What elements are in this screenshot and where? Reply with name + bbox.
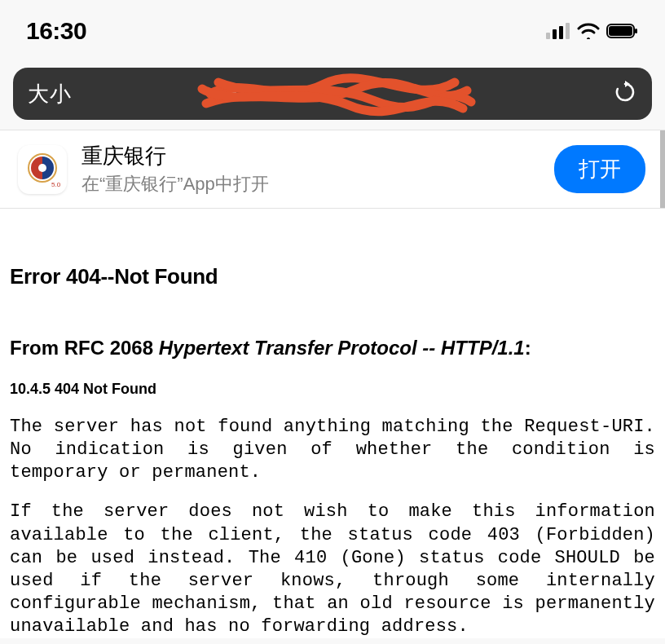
svg-point-9 xyxy=(38,164,46,172)
rfc-spec-name: Hypertext Transfer Protocol -- HTTP/1.1 xyxy=(159,337,525,359)
svg-text:5.0: 5.0 xyxy=(51,181,61,188)
svg-rect-1 xyxy=(553,29,557,39)
svg-rect-6 xyxy=(635,29,637,33)
text-size-button[interactable]: 大小 xyxy=(28,80,72,108)
page-content: Error 404--Not Found From RFC 2068 Hyper… xyxy=(0,209,665,638)
status-icons xyxy=(546,23,639,39)
app-open-banner: 5.0 重庆银行 在“重庆银行”App中打开 打开 xyxy=(0,130,665,209)
error-title: Error 404--Not Found xyxy=(10,264,655,289)
open-app-button[interactable]: 打开 xyxy=(554,145,645,193)
reload-button[interactable] xyxy=(613,80,637,108)
app-subtitle: 在“重庆银行”App中打开 xyxy=(81,172,539,196)
redaction-scribble xyxy=(186,69,479,118)
svg-rect-3 xyxy=(566,23,570,39)
address-bar-row: 大小 xyxy=(0,61,665,130)
svg-rect-2 xyxy=(559,26,563,39)
status-time: 16:30 xyxy=(26,17,86,45)
status-bar: 16:30 xyxy=(0,0,665,61)
address-url-area[interactable] xyxy=(186,74,479,113)
error-paragraph-2: If the server does not wish to make this… xyxy=(10,501,655,638)
svg-rect-5 xyxy=(609,26,632,36)
error-rfc-heading: From RFC 2068 Hypertext Transfer Protoco… xyxy=(10,337,655,359)
error-section: 10.4.5 404 Not Found xyxy=(10,381,655,398)
app-icon: 5.0 xyxy=(18,145,67,194)
rfc-suffix: : xyxy=(525,337,531,359)
wifi-icon xyxy=(577,23,600,39)
svg-rect-0 xyxy=(546,33,550,39)
battery-icon xyxy=(606,23,639,39)
app-name: 重庆银行 xyxy=(81,142,539,170)
scrollbar[interactable] xyxy=(660,130,665,208)
address-bar[interactable]: 大小 xyxy=(13,68,652,120)
cellular-icon xyxy=(546,23,570,39)
app-banner-text: 重庆银行 在“重庆银行”App中打开 xyxy=(81,142,539,196)
error-paragraph-1: The server has not found anything matchi… xyxy=(10,416,655,484)
rfc-prefix: From RFC 2068 xyxy=(10,337,159,359)
